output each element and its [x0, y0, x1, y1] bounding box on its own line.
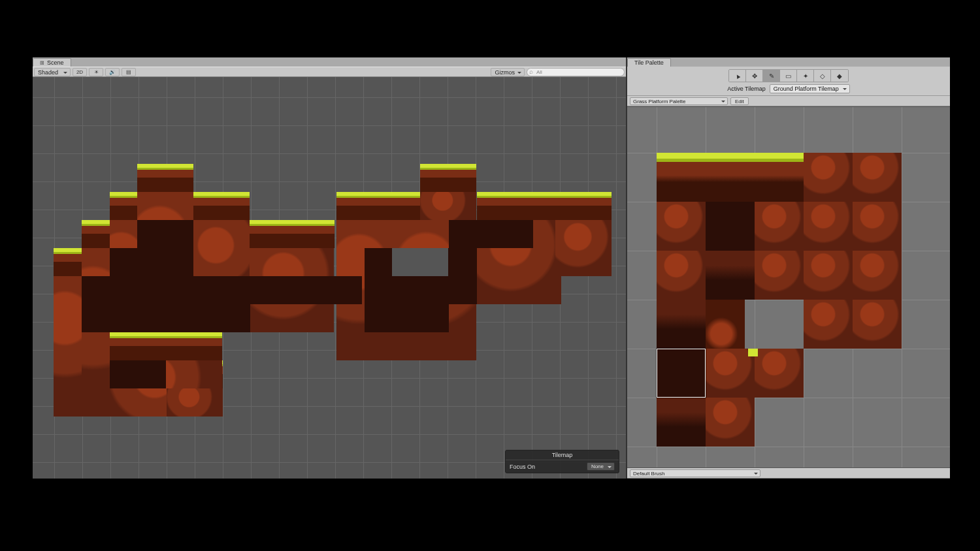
scene-search-input[interactable]: All — [527, 68, 625, 76]
scene-tab-label: Scene — [47, 59, 64, 66]
fx-toggle-button[interactable]: ▤ — [122, 68, 136, 76]
palette-tabbar: Tile Palette — [627, 57, 950, 67]
grid-icon: ⊞ — [40, 60, 44, 66]
image-icon: ▤ — [126, 69, 131, 75]
palette-viewport[interactable] — [627, 106, 950, 468]
palette-name-dropdown[interactable]: Grass Platform Palette — [630, 97, 728, 105]
select-tool[interactable] — [729, 70, 746, 82]
paint-tool[interactable] — [763, 70, 780, 82]
palette-tab[interactable]: Tile Palette — [627, 58, 671, 67]
brush-icon — [769, 72, 774, 80]
erase-icon — [820, 72, 825, 80]
brush-bar: Default Brush — [627, 468, 950, 479]
picker-tool[interactable] — [797, 70, 814, 82]
search-placeholder-text: All — [536, 69, 542, 75]
tilemap-overlay-title: Tilemap — [506, 450, 619, 460]
focus-on-label: Focus On — [510, 464, 535, 470]
focus-on-dropdown[interactable]: None — [587, 462, 615, 471]
scene-tab[interactable]: ⊞ Scene — [33, 58, 71, 67]
editor-frame: ⊞ Scene Shaded 2D ☀ 🔊 ▤ Gizmos All — [33, 57, 950, 479]
tilemap-overlay: Tilemap Focus On None — [505, 450, 619, 473]
active-tilemap-dropdown[interactable]: Ground Platform Tilemap — [770, 84, 850, 93]
toggle-2d-button[interactable]: 2D — [73, 68, 87, 76]
erase-tool[interactable] — [814, 70, 831, 82]
scene-toolbar: Shaded 2D ☀ 🔊 ▤ Gizmos All — [33, 67, 626, 77]
fill-icon — [837, 72, 842, 80]
active-tilemap-label: Active Tilemap — [727, 86, 766, 92]
palette-edit-button[interactable]: Edit — [730, 97, 749, 105]
palette-tool-section: Active Tilemap Ground Platform Tilemap — [627, 67, 950, 96]
fill-tool[interactable] — [831, 70, 848, 82]
speaker-icon: 🔊 — [109, 69, 116, 75]
box-tool[interactable] — [780, 70, 797, 82]
rect-icon — [785, 72, 791, 80]
cursor-icon — [734, 72, 741, 80]
move-tool[interactable] — [746, 70, 763, 82]
gizmos-dropdown[interactable]: Gizmos — [491, 68, 525, 76]
sun-icon: ☀ — [94, 69, 99, 75]
scene-panel: ⊞ Scene Shaded 2D ☀ 🔊 ▤ Gizmos All — [33, 57, 627, 479]
shading-mode-dropdown[interactable]: Shaded — [34, 68, 71, 76]
tile-palette-panel: Tile Palette Active Tilemap Ground Platf… — [627, 57, 950, 479]
palette-selection-box — [657, 349, 706, 398]
palette-tool-row — [728, 69, 849, 82]
picker-icon — [803, 72, 808, 80]
scene-tabbar: ⊞ Scene — [33, 57, 626, 67]
audio-toggle-button[interactable]: 🔊 — [105, 68, 120, 76]
lighting-toggle-button[interactable]: ☀ — [89, 68, 103, 76]
palette-selector-bar: Grass Platform Palette Edit — [627, 96, 950, 106]
active-tilemap-row: Active Tilemap Ground Platform Tilemap — [727, 84, 850, 93]
brush-dropdown[interactable]: Default Brush — [630, 469, 760, 477]
scene-viewport[interactable]: Tilemap Focus On None — [33, 77, 626, 479]
palette-tab-label: Tile Palette — [634, 59, 664, 66]
move-icon — [752, 72, 757, 80]
